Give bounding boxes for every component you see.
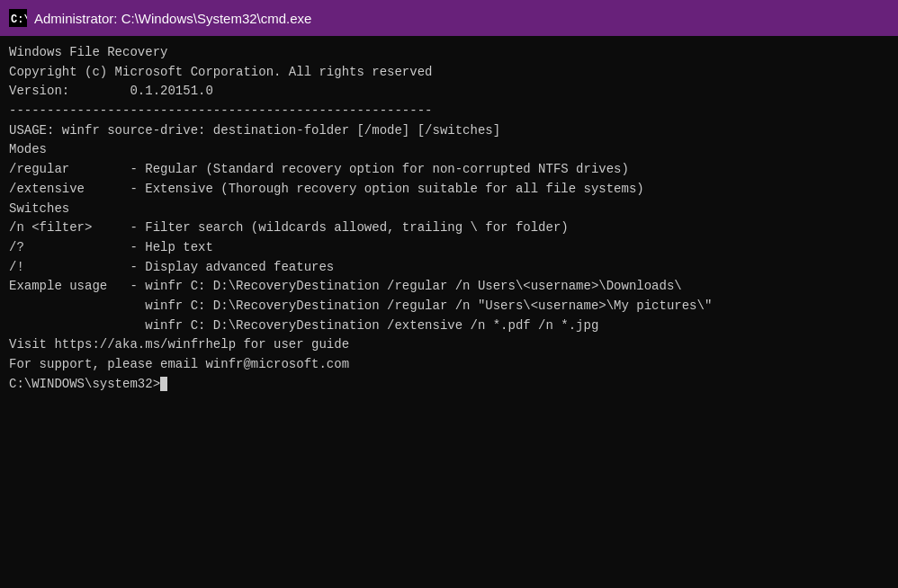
terminal-line: C:\WINDOWS\system32> xyxy=(9,375,889,395)
terminal-line: winfr C: D:\RecoveryDestination /regular… xyxy=(9,297,889,316)
terminal-line: /n <filter> - Filter search (wildcards a… xyxy=(9,218,889,238)
terminal-line: Modes xyxy=(9,140,889,160)
terminal-line: ----------------------------------------… xyxy=(9,102,889,121)
terminal-line: Switches xyxy=(9,200,889,219)
terminal-line: Visit https://aka.ms/winfrhelp for user … xyxy=(9,335,889,355)
terminal-line: Copyright (c) Microsoft Corporation. All… xyxy=(9,63,889,83)
terminal-line: /! - Display advanced features xyxy=(9,258,889,278)
window-title: Administrator: C:\Windows\System32\cmd.e… xyxy=(34,11,311,26)
terminal-line: /? - Help text xyxy=(9,238,889,258)
terminal-line: USAGE: winfr source-drive: destination-f… xyxy=(9,121,889,141)
terminal-line: Example usage - winfr C: D:\RecoveryDest… xyxy=(9,277,889,297)
cursor xyxy=(160,377,167,391)
terminal-body: Windows File RecoveryCopyright (c) Micro… xyxy=(0,36,898,588)
svg-text:C:\: C:\ xyxy=(11,13,27,26)
terminal-line: Windows File Recovery xyxy=(9,43,889,63)
terminal-line: winfr C: D:\RecoveryDestination /extensi… xyxy=(9,316,889,336)
terminal-line: Version: 0.1.20151.0 xyxy=(9,82,889,102)
title-bar: C:\ Administrator: C:\Windows\System32\c… xyxy=(0,0,898,36)
terminal-line: /extensive - Extensive (Thorough recover… xyxy=(9,180,889,200)
terminal-line: /regular - Regular (Standard recovery op… xyxy=(9,160,889,180)
cmd-icon: C:\ xyxy=(9,9,27,27)
terminal-line: For support, please email winfr@microsof… xyxy=(9,355,889,375)
